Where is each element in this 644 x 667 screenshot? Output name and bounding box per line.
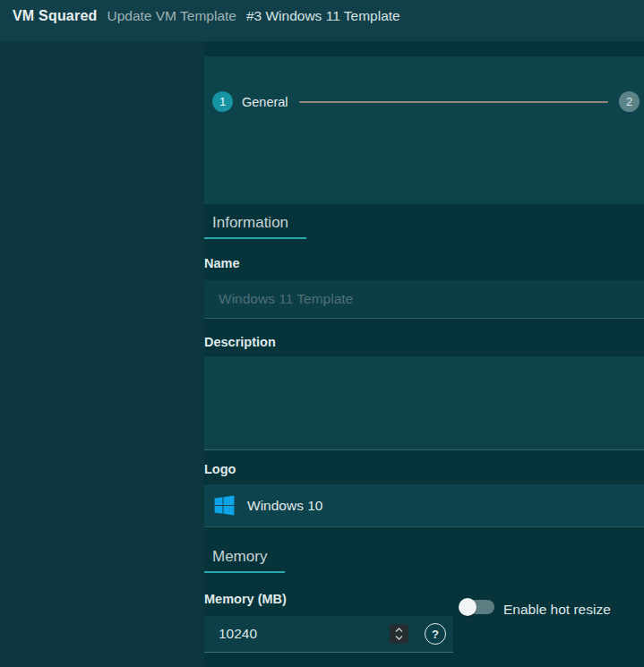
update-template-panel: 1 General 2 Information Name Description… — [204, 41, 644, 667]
page-title: Update VM Template — [107, 8, 236, 24]
toggle-knob — [459, 598, 477, 616]
brand-title: VM Squared — [13, 8, 97, 24]
step-2-badge[interactable]: 2 — [619, 91, 640, 112]
breadcrumb: VM Squared Update VM Template #3 Windows… — [0, 0, 644, 24]
number-stepper-control[interactable] — [390, 624, 408, 644]
template-name-input[interactable] — [204, 280, 644, 319]
stepper-card: 1 General 2 — [204, 56, 644, 204]
logo-selected-value: Windows 10 — [247, 498, 322, 514]
name-label: Name — [204, 256, 240, 270]
record-title: #3 Windows 11 Template — [246, 8, 400, 24]
memory-section-title: Memory — [204, 548, 285, 573]
app-header: VM Squared Update VM Template #3 Windows… — [0, 0, 644, 41]
logo-label: Logo — [204, 462, 236, 476]
windows-logo-icon — [213, 494, 236, 517]
hot-resize-label: Enable hot resize — [503, 602, 611, 618]
stepper-connector — [299, 101, 608, 103]
memory-mb-input[interactable] — [204, 616, 383, 652]
memory-input-group: ? — [204, 616, 453, 653]
wizard-stepper: 1 General 2 — [212, 91, 640, 112]
memory-help-button[interactable]: ? — [425, 623, 446, 645]
information-section-title: Information — [204, 214, 306, 239]
logo-select[interactable]: Windows 10 — [204, 484, 644, 527]
template-description-textarea[interactable] — [204, 356, 644, 450]
stepper-up-icon — [395, 628, 403, 633]
description-label: Description — [204, 335, 276, 349]
hot-resize-toggle[interactable] — [459, 598, 494, 616]
step-1-badge[interactable]: 1 — [212, 91, 233, 112]
step-1-label: General — [242, 95, 288, 109]
question-mark-icon: ? — [432, 628, 439, 641]
memory-mb-label: Memory (MB) — [204, 592, 287, 606]
stepper-down-icon — [395, 635, 403, 640]
